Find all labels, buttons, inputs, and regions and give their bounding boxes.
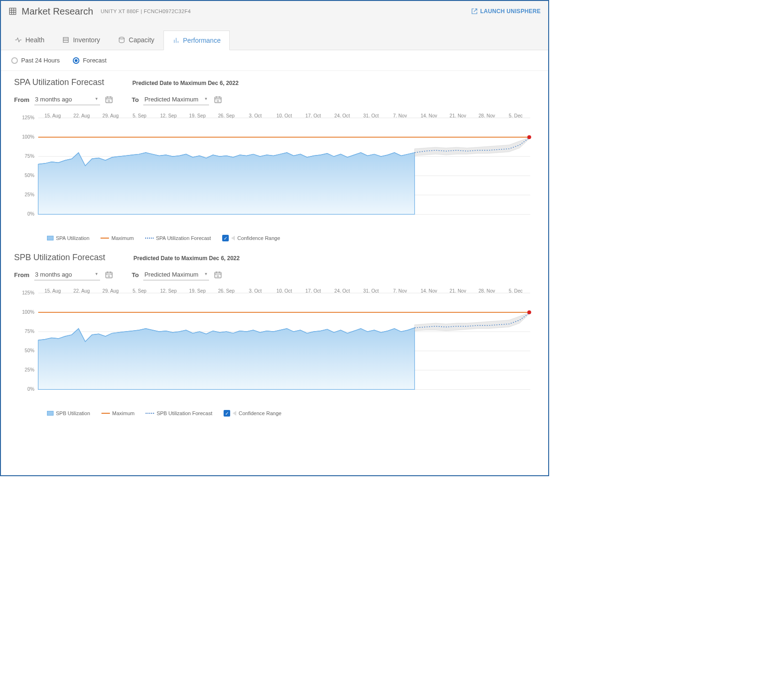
svg-text:75%: 75%	[25, 329, 35, 334]
svg-rect-5	[63, 38, 69, 43]
svg-text:3. Oct: 3. Oct	[249, 113, 262, 118]
chart-legend: SPB Utilization Maximum SPB Utilization …	[14, 407, 535, 419]
chart-section-spa: SPA Utilization Forecast Predicted Date …	[1, 71, 548, 246]
svg-text:31. Oct: 31. Oct	[363, 288, 379, 294]
bar-chart-icon	[172, 37, 180, 44]
svg-text:10. Oct: 10. Oct	[277, 113, 292, 118]
svg-text:19. Sep: 19. Sep	[189, 113, 206, 118]
svg-text:17. Oct: 17. Oct	[305, 113, 321, 118]
svg-text:21. Nov: 21. Nov	[450, 113, 466, 118]
radio-circle-icon	[73, 57, 79, 64]
external-link-icon	[471, 8, 478, 15]
svg-text:0%: 0%	[27, 211, 34, 216]
legend-maximum[interactable]: Maximum	[101, 410, 135, 416]
svg-rect-0	[9, 8, 16, 15]
chart-title: SPB Utilization Forecast	[14, 253, 105, 263]
forecast-chart-spb: 0%25%50%75%100%125% 15. Aug22. Aug29. Au…	[14, 285, 535, 407]
svg-point-52	[528, 135, 531, 139]
svg-text:7. Nov: 7. Nov	[393, 288, 407, 294]
svg-text:3. Oct: 3. Oct	[249, 288, 262, 294]
chart-section-spb: SPB Utilization Forecast Predicted Date …	[1, 246, 548, 421]
page-title: Market Research	[22, 6, 93, 17]
forecast-chart-spa: 0%25%50%75%100%125% 15. Aug22. Aug29. Au…	[14, 110, 535, 232]
tab-inventory[interactable]: Inventory	[53, 30, 109, 50]
from-select[interactable]: 3 months ago	[34, 269, 100, 280]
svg-text:31: 31	[108, 100, 110, 102]
svg-text:75%: 75%	[25, 154, 35, 159]
svg-text:100%: 100%	[22, 309, 34, 315]
page-header: Market Research UNITY XT 880F | FCNCH097…	[1, 1, 548, 22]
list-icon	[62, 36, 70, 44]
svg-text:22. Aug: 22. Aug	[73, 288, 90, 294]
svg-text:25%: 25%	[25, 367, 35, 372]
legend-forecast[interactable]: SPB Utilization Forecast	[146, 410, 212, 416]
tabs-bar: Health Inventory Capacity Performance	[1, 22, 548, 50]
radio-forecast[interactable]: Forecast	[73, 57, 107, 64]
from-label: From	[14, 271, 30, 278]
from-select[interactable]: 3 months ago	[34, 94, 100, 105]
chart-title: SPA Utilization Forecast	[14, 77, 104, 87]
launch-unisphere-link[interactable]: LAUNCH UNISPHERE	[471, 8, 541, 15]
svg-text:26. Sep: 26. Sep	[218, 288, 235, 294]
svg-text:5. Dec: 5. Dec	[509, 113, 523, 118]
legend-utilization[interactable]: SPB Utilization	[47, 410, 90, 416]
legend-confidence[interactable]: ✓Confidence Range	[222, 235, 280, 241]
svg-text:7. Nov: 7. Nov	[393, 113, 407, 118]
svg-text:26. Sep: 26. Sep	[218, 113, 235, 118]
legend-maximum[interactable]: Maximum	[101, 235, 134, 241]
legend-forecast[interactable]: SPA Utilization Forecast	[145, 235, 211, 241]
page-subtitle: UNITY XT 880F | FCNCH0972C32F4	[101, 8, 191, 14]
svg-text:5. Dec: 5. Dec	[509, 288, 523, 294]
svg-text:29. Aug: 29. Aug	[102, 113, 119, 118]
tab-capacity[interactable]: Capacity	[109, 30, 163, 50]
radio-circle-icon	[11, 57, 18, 64]
to-select[interactable]: Predicted Maximum	[143, 269, 209, 280]
from-label: From	[14, 96, 30, 103]
svg-point-8	[119, 37, 124, 39]
view-mode-radios: Past 24 Hours Forecast	[1, 50, 548, 71]
svg-text:28. Nov: 28. Nov	[479, 113, 496, 118]
heartbeat-icon	[15, 36, 22, 44]
svg-text:14. Nov: 14. Nov	[420, 113, 437, 118]
svg-text:24. Oct: 24. Oct	[334, 113, 350, 118]
to-select[interactable]: Predicted Maximum	[143, 94, 209, 105]
svg-text:14. Nov: 14. Nov	[420, 288, 437, 294]
svg-text:5. Sep: 5. Sep	[132, 113, 147, 118]
svg-text:100%: 100%	[22, 134, 34, 139]
svg-text:5. Sep: 5. Sep	[132, 288, 147, 294]
svg-text:29. Aug: 29. Aug	[102, 288, 119, 294]
svg-point-93	[528, 310, 531, 314]
calendar-icon[interactable]: 31	[105, 95, 113, 104]
performance-panel: Past 24 Hours Forecast SPA Utilization F…	[1, 50, 548, 421]
svg-text:22. Aug: 22. Aug	[73, 113, 90, 118]
radio-past24[interactable]: Past 24 Hours	[11, 57, 60, 64]
svg-text:31: 31	[217, 100, 220, 102]
svg-text:12. Sep: 12. Sep	[160, 288, 177, 294]
svg-text:125%: 125%	[22, 115, 34, 120]
svg-text:24. Oct: 24. Oct	[334, 288, 350, 294]
svg-text:31. Oct: 31. Oct	[363, 113, 379, 118]
svg-text:12. Sep: 12. Sep	[160, 113, 177, 118]
chart-predict-label: Predicted Date to Maximum Dec 6, 2022	[132, 80, 239, 86]
svg-text:50%: 50%	[25, 173, 35, 178]
tab-performance[interactable]: Performance	[163, 31, 230, 50]
svg-text:21. Nov: 21. Nov	[450, 288, 466, 294]
calendar-icon[interactable]: 31	[214, 270, 222, 279]
to-label: To	[132, 96, 139, 103]
svg-text:25%: 25%	[25, 192, 35, 197]
svg-text:31: 31	[217, 275, 220, 278]
calendar-icon[interactable]: 31	[214, 95, 222, 104]
calendar-icon[interactable]: 31	[105, 270, 113, 279]
tab-health[interactable]: Health	[6, 30, 53, 50]
svg-text:17. Oct: 17. Oct	[305, 288, 321, 294]
legend-utilization[interactable]: SPA Utilization	[47, 235, 89, 241]
to-label: To	[132, 271, 139, 278]
svg-text:0%: 0%	[27, 386, 34, 392]
svg-text:19. Sep: 19. Sep	[189, 288, 206, 294]
svg-text:125%: 125%	[22, 290, 34, 295]
grid-icon	[8, 7, 17, 15]
legend-confidence[interactable]: ✓Confidence Range	[224, 410, 281, 417]
svg-text:31: 31	[108, 275, 110, 278]
svg-text:15. Aug: 15. Aug	[45, 288, 61, 294]
database-icon	[118, 36, 125, 44]
